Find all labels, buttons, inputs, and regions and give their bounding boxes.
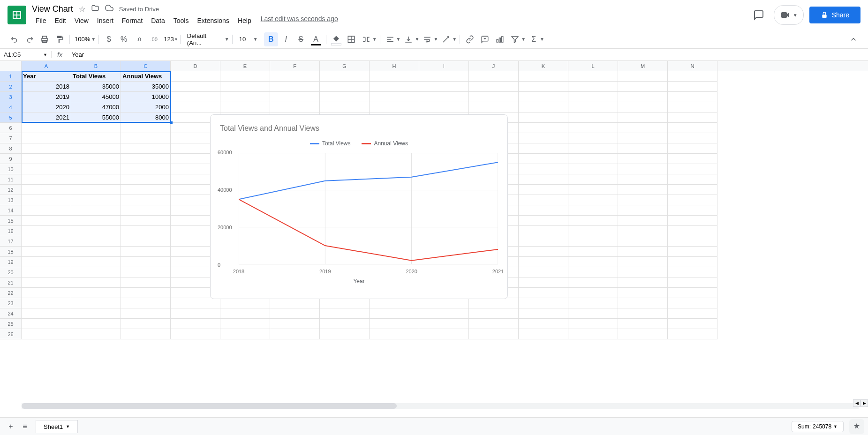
cell[interactable]	[519, 329, 568, 339]
cell[interactable]	[22, 226, 71, 236]
cell[interactable]	[171, 102, 220, 112]
cell[interactable]	[270, 82, 320, 92]
cell[interactable]	[370, 102, 419, 112]
italic-icon[interactable]: I	[279, 32, 293, 46]
cell[interactable]	[220, 71, 270, 82]
row-header-2[interactable]: 2	[0, 82, 22, 92]
cell[interactable]	[668, 216, 717, 226]
col-header-M[interactable]: M	[618, 61, 668, 71]
cell[interactable]	[519, 288, 568, 298]
cell[interactable]	[618, 123, 668, 133]
cell[interactable]	[668, 82, 717, 92]
collapse-toolbar-icon[interactable]	[846, 32, 860, 46]
cell[interactable]	[121, 288, 171, 298]
cell[interactable]	[519, 236, 568, 247]
cell[interactable]	[22, 288, 71, 298]
cell[interactable]	[171, 92, 220, 102]
scroll-right-icon[interactable]: ▶	[860, 399, 868, 407]
cell[interactable]	[519, 123, 568, 133]
cell[interactable]: Annual Views	[121, 71, 171, 82]
menu-format[interactable]: Format	[118, 15, 146, 26]
cell[interactable]	[419, 92, 469, 102]
chevron-down-icon[interactable]: ▼	[540, 37, 544, 42]
comment-icon[interactable]	[478, 32, 492, 46]
cell[interactable]	[71, 319, 121, 329]
percent-icon[interactable]: %	[117, 32, 131, 46]
cell[interactable]	[71, 164, 121, 174]
h-align-icon[interactable]	[383, 32, 397, 46]
cell[interactable]	[419, 319, 469, 329]
cell[interactable]	[668, 298, 717, 308]
cell[interactable]	[519, 267, 568, 278]
cell[interactable]	[121, 195, 171, 205]
cell[interactable]	[568, 236, 618, 247]
cell[interactable]	[419, 298, 469, 308]
cell[interactable]	[370, 82, 419, 92]
chevron-down-icon[interactable]: ▼	[225, 37, 229, 42]
cell[interactable]	[121, 236, 171, 247]
col-header-A[interactable]: A	[22, 61, 71, 71]
cell[interactable]	[22, 133, 71, 143]
cell[interactable]	[519, 195, 568, 205]
cell[interactable]: 35000	[121, 82, 171, 92]
row-header-18[interactable]: 18	[0, 247, 22, 257]
cell[interactable]: 35000	[71, 82, 121, 92]
cell[interactable]	[668, 288, 717, 298]
cell[interactable]	[71, 267, 121, 278]
cell[interactable]	[171, 308, 220, 319]
cell[interactable]	[22, 216, 71, 226]
cell[interactable]	[171, 71, 220, 82]
cell[interactable]	[568, 205, 618, 216]
cell[interactable]	[370, 319, 419, 329]
cell[interactable]	[469, 102, 519, 112]
cell[interactable]	[121, 154, 171, 164]
cell[interactable]	[469, 71, 519, 82]
font-size-select[interactable]: 10	[235, 35, 254, 44]
row-header-16[interactable]: 16	[0, 226, 22, 236]
chevron-down-icon[interactable]: ▼	[433, 37, 438, 42]
cell[interactable]	[618, 205, 668, 216]
row-header-17[interactable]: 17	[0, 236, 22, 247]
cell[interactable]	[270, 308, 320, 319]
row-header-9[interactable]: 9	[0, 154, 22, 164]
col-header-N[interactable]: N	[668, 61, 717, 71]
row-header-5[interactable]: 5	[0, 112, 22, 123]
row-header-10[interactable]: 10	[0, 164, 22, 174]
cell[interactable]	[469, 329, 519, 339]
cell[interactable]	[121, 226, 171, 236]
borders-icon[interactable]	[344, 32, 358, 46]
cell[interactable]	[618, 102, 668, 112]
col-header-D[interactable]: D	[171, 61, 220, 71]
cell[interactable]	[71, 143, 121, 154]
cell[interactable]	[22, 236, 71, 247]
cell[interactable]	[568, 247, 618, 257]
cell[interactable]	[618, 257, 668, 267]
sheet-tab[interactable]: Sheet1 ▼	[36, 420, 78, 433]
cell[interactable]	[71, 257, 121, 267]
redo-icon[interactable]	[23, 32, 37, 46]
cell[interactable]	[668, 226, 717, 236]
cell[interactable]	[22, 185, 71, 195]
cell[interactable]	[320, 82, 370, 92]
cell[interactable]	[121, 164, 171, 174]
cell[interactable]	[668, 257, 717, 267]
col-header-K[interactable]: K	[519, 61, 568, 71]
cell[interactable]: 8000	[121, 112, 171, 123]
merge-icon[interactable]	[359, 32, 373, 46]
cell[interactable]	[618, 236, 668, 247]
v-align-icon[interactable]	[401, 32, 415, 46]
zoom-select[interactable]: 100%	[73, 35, 92, 44]
horizontal-scrollbar[interactable]	[22, 403, 859, 409]
cell[interactable]	[71, 308, 121, 319]
cell[interactable]	[469, 308, 519, 319]
last-edit-link[interactable]: Last edit was seconds ago	[261, 15, 338, 26]
cell[interactable]	[270, 298, 320, 308]
meet-button[interactable]: ▼	[774, 5, 804, 25]
row-header-14[interactable]: 14	[0, 205, 22, 216]
cell[interactable]	[71, 195, 121, 205]
cell[interactable]	[568, 143, 618, 154]
cell[interactable]	[568, 195, 618, 205]
cell[interactable]	[568, 154, 618, 164]
cell[interactable]	[320, 92, 370, 102]
cell[interactable]	[668, 195, 717, 205]
